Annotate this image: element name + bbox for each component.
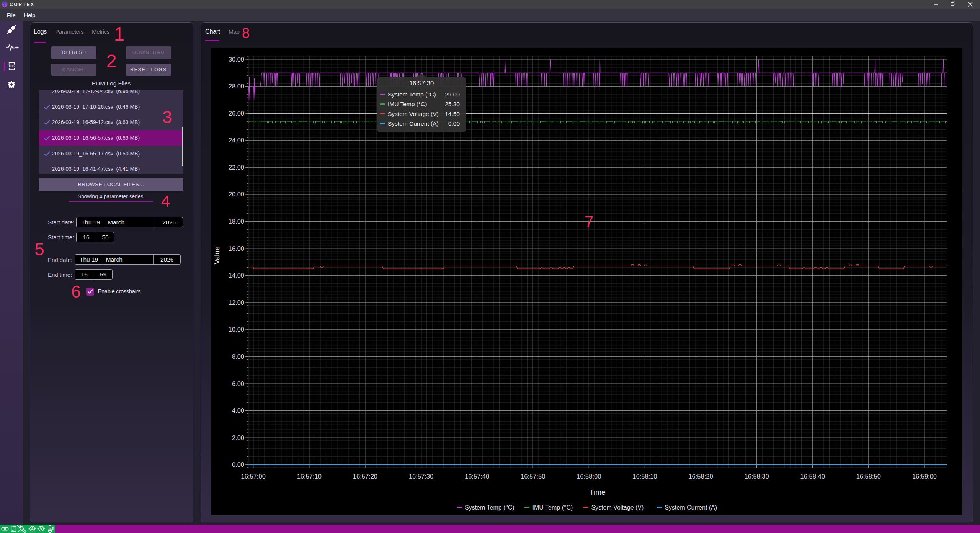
svg-text:20.00: 20.00 xyxy=(229,191,244,198)
svg-text:28.00: 28.00 xyxy=(229,83,244,90)
svg-text:16:57:20: 16:57:20 xyxy=(353,473,377,480)
svg-text:V: V xyxy=(40,527,42,531)
svg-text:8.00: 8.00 xyxy=(232,353,244,360)
svg-text:16:59:00: 16:59:00 xyxy=(912,473,937,480)
svg-text:16:57:00: 16:57:00 xyxy=(241,473,266,480)
svg-text:16:57:10: 16:57:10 xyxy=(297,473,322,480)
svg-text:IMU Temp (°C): IMU Temp (°C) xyxy=(532,504,573,511)
svg-text:16:58:30: 16:58:30 xyxy=(744,473,769,480)
svg-text:10.00: 10.00 xyxy=(229,326,244,333)
svg-text:0.00: 0.00 xyxy=(232,461,244,468)
svg-text:System Voltage (V): System Voltage (V) xyxy=(591,504,644,511)
svg-text:12.00: 12.00 xyxy=(229,299,244,306)
svg-text:16:58:20: 16:58:20 xyxy=(688,473,713,480)
svg-text:6.00: 6.00 xyxy=(232,380,244,387)
svg-text:30.00: 30.00 xyxy=(229,56,244,63)
svg-text:18.00: 18.00 xyxy=(229,218,244,225)
svg-text:Value: Value xyxy=(213,246,221,264)
svg-text:16:58:40: 16:58:40 xyxy=(800,473,825,480)
svg-text:22.00: 22.00 xyxy=(229,164,244,171)
svg-text:LOG: LOG xyxy=(9,65,15,67)
svg-text:16:57:30: 16:57:30 xyxy=(409,473,433,480)
svg-text:16:57:50: 16:57:50 xyxy=(521,473,545,480)
svg-text:16:58:10: 16:58:10 xyxy=(632,473,657,480)
svg-text:System Current (A): System Current (A) xyxy=(665,504,717,511)
svg-text:Time: Time xyxy=(590,488,606,496)
svg-text:2.00: 2.00 xyxy=(232,434,244,441)
svg-text:26.00: 26.00 xyxy=(229,110,244,117)
svg-text:16:58:00: 16:58:00 xyxy=(577,473,601,480)
svg-text:16.00: 16.00 xyxy=(229,245,244,252)
svg-text:4.00: 4.00 xyxy=(232,407,244,414)
svg-text:A: A xyxy=(31,527,34,531)
svg-text:16:57:40: 16:57:40 xyxy=(465,473,489,480)
svg-text:System Temp (°C): System Temp (°C) xyxy=(465,504,514,511)
svg-text:24.00: 24.00 xyxy=(229,137,244,144)
svg-text:16:58:50: 16:58:50 xyxy=(856,473,881,480)
svg-text:14.00: 14.00 xyxy=(229,272,244,279)
